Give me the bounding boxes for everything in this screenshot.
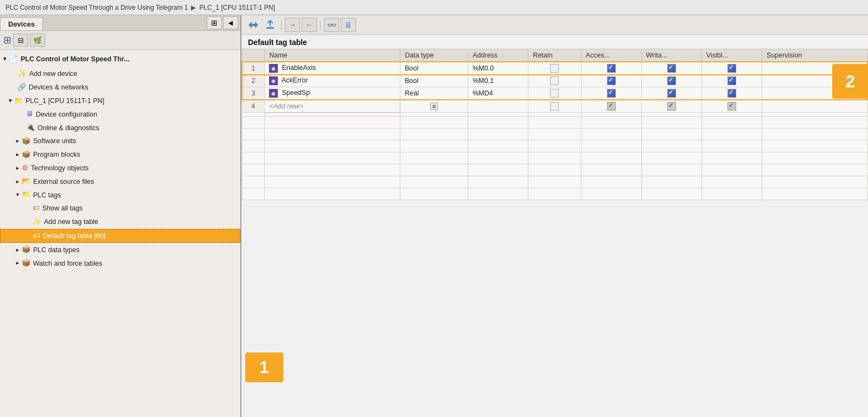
toolbar-sep-2 [320,20,321,30]
show-all-tags-icon: 🏷 [33,203,40,214]
col-num [242,49,265,62]
col-name: Name [265,49,400,62]
add-tag-table-icon: ✨ [33,216,41,228]
row-1-name: ⊕ EnableAxis [265,62,400,75]
toolbar-btn-monitor[interactable]: 🖥 [341,18,356,32]
tag-table-area: Default tag table 2 [241,35,868,417]
sidebar-item-program-blocks[interactable]: ► 📦 Program blocks [0,148,240,162]
toolbar-btn-export[interactable] [263,18,278,32]
row-3-address: %MD4 [468,87,528,100]
row-2-address: %M0.1 [468,75,528,87]
sidebar-item-plc1[interactable]: ▼ 📁 PLC_1 [CPU 1511T-1 PN] [0,94,240,108]
row-3-type: Real [400,87,468,100]
row-1-visible[interactable] [701,62,762,75]
row-1-write[interactable] [641,62,701,75]
empty-row [242,129,867,140]
svg-rect-0 [266,27,274,29]
online-diag-icon: 🔌 [26,122,35,133]
row-2-access[interactable] [581,75,641,87]
watch-force-icon: 📦 [22,258,30,269]
panel-icon-grid[interactable]: ⊞ [207,16,222,29]
show-all-tags-label: Show all tags [42,203,82,214]
toolbar-btn-right-arrow[interactable]: → [285,18,300,32]
row-4-type: ≡ [400,100,468,113]
sidebar-item-plc-tags[interactable]: ▼ 📁 PLC tags [0,188,240,202]
tree-layout-btn[interactable]: 🌿 [30,34,45,47]
table-row: 3 ⊕ SpeedSp Real %MD4 [242,87,867,100]
ext-source-label: External source files [33,176,94,187]
tree-view-btn[interactable]: ⊟ [13,34,28,47]
col-visible: Visibl... [701,49,762,62]
row-1-retain[interactable] [528,62,581,75]
devices-tab[interactable]: Devices [0,17,43,30]
row-3-retain[interactable] [528,87,581,100]
row-4-write[interactable] [641,100,701,113]
breadcrumb-sep: ▶ [191,4,196,11]
tech-objects-icon: ⚙ [22,163,28,174]
watch-force-label: Watch and force tables [33,258,102,269]
row-3-num: 3 [242,87,265,100]
sidebar-item-online-diag[interactable]: 🔌 Online & diagnostics [0,121,240,134]
software-units-label: Software units [33,136,76,146]
row-1-access[interactable] [581,62,641,75]
table-header-row: Name Data type Address Retain Acces... W… [242,49,867,62]
empty-row [242,117,867,129]
sidebar-item-plc-data-types[interactable]: ► 📦 PLC data types [0,243,240,256]
table-row-add[interactable]: 4 <Add new> ≡ [242,100,867,113]
sidebar-item-add-tag-table[interactable]: ✨ Add new tag table [0,215,240,229]
plc1-label: PLC_1 [CPU 1511T-1 PN] [25,95,104,106]
sidebar-item-tech-objects[interactable]: ► ⚙ Technology objects [0,162,240,175]
tag-icon-1: ⊕ [269,64,278,73]
empty-row [242,113,867,117]
row-3-write[interactable] [641,87,701,100]
toolbar-sep-1 [281,20,282,30]
ext-source-icon: 📂 [22,176,30,187]
sidebar-item-add-device[interactable]: ✨ Add new device [0,66,240,80]
tree-root[interactable]: ▼ 📄 PLC Control of Motor Speed Thr... [0,52,240,66]
row-4-visible[interactable] [701,100,762,113]
sidebar-item-ext-source[interactable]: ► 📂 External source files [0,175,240,188]
row-4-access[interactable] [581,100,641,113]
col-access: Acces... [581,49,641,62]
device-config-label: Device configuration [36,109,97,120]
tag-table: Name Data type Address Retain Acces... W… [241,49,868,200]
plc-data-types-icon: 📦 [22,244,30,255]
col-retain: Retain [528,49,581,62]
sidebar-item-devices-networks[interactable]: 🔗 Devices & networks [0,81,240,94]
row-2-visible[interactable] [701,75,762,87]
sidebar-item-watch-force[interactable]: ► 📦 Watch and force tables [0,256,240,270]
right-panel: → ← 👓 🖥 Default tag table 2 [241,15,868,417]
devices-networks-icon: 🔗 [17,82,26,93]
row-4-name[interactable]: <Add new> [265,100,400,113]
row-1-address: %M0.0 [468,62,528,75]
breadcrumb-plc: PLC_1 [CPU 1511T-1 PN] [199,4,275,11]
row-4-num: 4 [242,100,265,113]
add-device-icon: ✨ [17,67,27,79]
sidebar-item-software-units[interactable]: ► 📦 Software units [0,134,240,148]
device-config-icon: 🖥 [26,108,33,120]
toolbar-btn-import[interactable] [246,18,261,32]
program-blocks-label: Program blocks [33,149,80,160]
tag-icon-2: ⊕ [269,76,278,85]
row-2-retain[interactable] [528,75,581,87]
row-2-write[interactable] [641,75,701,87]
row-2-type: Bool [400,75,468,87]
col-supervision: Supervision [762,49,867,62]
panel-icon-collapse[interactable]: ◄ [223,16,238,29]
online-diag-label: Online & diagnostics [37,123,99,133]
sidebar-item-device-config[interactable]: 🖥 Device configuration [0,107,240,121]
plc-data-types-label: PLC data types [33,245,79,255]
empty-row [242,140,867,152]
sidebar-item-default-tag-table[interactable]: 🏷 Default tag table [60] [0,229,240,243]
devices-networks-label: Devices & networks [29,82,88,93]
plc1-icon: 📁 [14,95,23,107]
row-3-name: ⊕ SpeedSp [265,87,400,100]
sidebar-item-show-all-tags[interactable]: 🏷 Show all tags [0,202,240,215]
plc-tags-label: PLC tags [33,190,61,201]
toolbar-btn-glasses[interactable]: 👓 [324,18,339,32]
row-3-visible[interactable] [701,87,762,100]
project-tree: ▼ 📄 PLC Control of Motor Speed Thr... ✨ … [0,50,240,417]
row-3-access[interactable] [581,87,641,100]
toolbar-btn-left-arrow[interactable]: ← [302,18,317,32]
row-4-retain[interactable] [528,100,581,113]
